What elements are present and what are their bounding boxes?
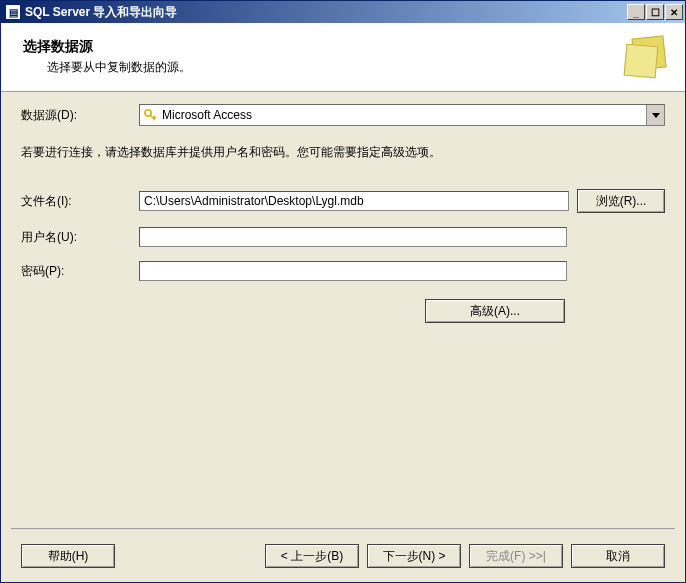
datasource-combo[interactable]: Microsoft Access [139,104,665,126]
advanced-button[interactable]: 高级(A)... [425,299,565,323]
wizard-footer: 帮助(H) < 上一步(B) 下一步(N) > 完成(F) >>| 取消 [1,530,685,582]
window-title: SQL Server 导入和导出向导 [25,4,627,21]
minimize-button[interactable]: _ [627,4,645,20]
back-button[interactable]: < 上一步(B) [265,544,359,568]
chevron-down-icon[interactable] [646,105,664,125]
page-title: 选择数据源 [23,38,621,56]
title-bar: ▤ SQL Server 导入和导出向导 _ ☐ ✕ [1,1,685,23]
datasource-label: 数据源(D): [21,107,139,124]
content-area: 数据源(D): Microsoft Access 若要进行连接，请选择数据库并提… [1,92,685,528]
key-icon [140,108,160,122]
wizard-header: 选择数据源 选择要从中复制数据的源。 [1,23,685,92]
cancel-button[interactable]: 取消 [571,544,665,568]
help-button[interactable]: 帮助(H) [21,544,115,568]
username-label: 用户名(U): [21,229,139,246]
password-label: 密码(P): [21,263,139,280]
datasource-value: Microsoft Access [160,108,646,122]
finish-button: 完成(F) >>| [469,544,563,568]
page-subtitle: 选择要从中复制数据的源。 [23,59,621,76]
app-icon: ▤ [5,4,21,20]
instruction-text: 若要进行连接，请选择数据库并提供用户名和密码。您可能需要指定高级选项。 [21,144,665,161]
browse-button[interactable]: 浏览(R)... [577,189,665,213]
wizard-icon [621,33,669,81]
wizard-window: ▤ SQL Server 导入和导出向导 _ ☐ ✕ 选择数据源 选择要从中复制… [0,0,686,583]
maximize-button[interactable]: ☐ [646,4,664,20]
password-input[interactable] [139,261,567,281]
next-button[interactable]: 下一步(N) > [367,544,461,568]
username-input[interactable] [139,227,567,247]
filename-input[interactable] [139,191,569,211]
close-button[interactable]: ✕ [665,4,683,20]
filename-label: 文件名(I): [21,193,139,210]
